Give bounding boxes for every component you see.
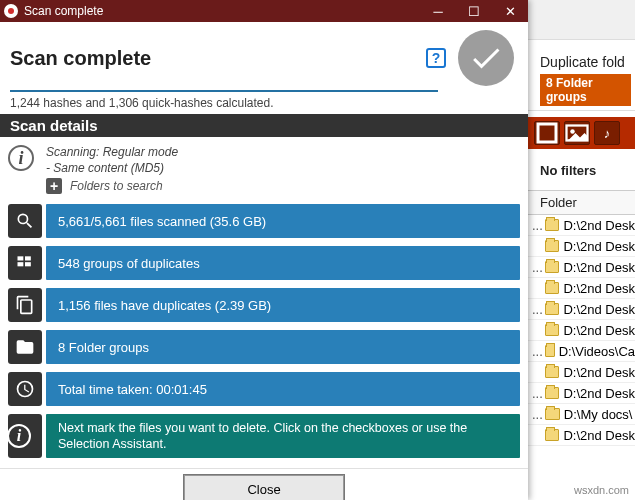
list-item[interactable]: ...D:\2nd Desk xyxy=(528,257,635,278)
folder-column-header[interactable]: Folder xyxy=(528,191,635,215)
folder-icon xyxy=(545,366,560,378)
scan-complete-dialog: Scan complete ─ ☐ ✕ Scan complete ? 1,24… xyxy=(0,0,528,500)
title-bar[interactable]: Scan complete ─ ☐ ✕ xyxy=(0,0,528,22)
folder-groups-row: 8 Folder groups xyxy=(8,330,520,364)
folder-icon xyxy=(545,345,555,357)
total-time-row: Total time taken: 00:01:45 xyxy=(8,372,520,406)
list-item[interactable]: ...D:\2nd Desk xyxy=(528,215,635,236)
background-panel: Duplicate fold 8 Folder groups ♪ No filt… xyxy=(528,0,635,500)
files-have-duplicates-row: 1,156 files have duplicates (2.39 GB) xyxy=(8,288,520,322)
total-time-label: Total time taken: 00:01:45 xyxy=(46,372,520,406)
complete-check-icon xyxy=(458,30,514,86)
minimize-button[interactable]: ─ xyxy=(420,0,456,22)
svg-rect-3 xyxy=(18,257,24,261)
duplicate-groups-label: 548 groups of duplicates xyxy=(46,246,520,280)
filter-view-all-icon[interactable] xyxy=(534,121,560,145)
folder-icon xyxy=(545,303,560,315)
filter-music-icon[interactable]: ♪ xyxy=(594,121,620,145)
folder-icon xyxy=(545,219,560,231)
scan-mode-label: Scanning: Regular mode xyxy=(46,145,178,161)
close-window-button[interactable]: ✕ xyxy=(492,0,528,22)
files-scanned-label: 5,661/5,661 files scanned (35.6 GB) xyxy=(46,204,520,238)
clock-icon xyxy=(15,379,35,399)
folder-groups-label: 8 Folder groups xyxy=(46,330,520,364)
folder-icon xyxy=(545,408,560,420)
filter-image-icon[interactable] xyxy=(564,121,590,145)
plus-icon: + xyxy=(46,178,62,194)
list-item[interactable]: ...D:\2nd Desk xyxy=(528,383,635,404)
folder-icon xyxy=(545,261,560,273)
groups-icon xyxy=(15,253,35,273)
duplicate-folders-title: Duplicate fold xyxy=(540,54,631,70)
folder-groups-badge: 8 Folder groups xyxy=(540,74,631,106)
list-item[interactable]: ...D:\2nd Desk xyxy=(528,362,635,383)
list-item[interactable]: ...D:\2nd Desk xyxy=(528,320,635,341)
info-icon: i xyxy=(8,145,34,171)
folder-icon xyxy=(15,337,35,357)
list-item[interactable]: ...D:\2nd Desk xyxy=(528,236,635,257)
folder-list: ...D:\2nd Desk ...D:\2nd Desk ...D:\2nd … xyxy=(528,215,635,446)
folder-icon xyxy=(545,240,560,252)
copy-icon xyxy=(15,295,35,315)
no-filters-label: No filters xyxy=(528,149,635,191)
page-title: Scan complete xyxy=(10,47,426,70)
watermark: wsxdn.com xyxy=(574,484,629,496)
filter-toolbar: ♪ xyxy=(528,117,635,149)
maximize-button[interactable]: ☐ xyxy=(456,0,492,22)
window-title: Scan complete xyxy=(24,4,420,18)
folder-icon xyxy=(545,429,560,441)
list-item[interactable]: ...D:\Videos\Ca xyxy=(528,341,635,362)
duplicate-groups-row: 548 groups of duplicates xyxy=(8,246,520,280)
scan-details-header: Scan details xyxy=(0,114,528,137)
files-scanned-row: 5,661/5,661 files scanned (35.6 GB) xyxy=(8,204,520,238)
info-icon: i xyxy=(7,424,31,448)
close-button[interactable]: Close xyxy=(184,475,344,500)
list-item[interactable]: ...D:\My docs\ xyxy=(528,404,635,425)
list-item[interactable]: ...D:\2nd Desk xyxy=(528,278,635,299)
svg-point-2 xyxy=(570,129,575,134)
folder-icon xyxy=(545,324,560,336)
search-icon xyxy=(15,211,35,231)
hint-label: Next mark the files you want to delete. … xyxy=(46,414,520,458)
hash-count-label: 1,244 hashes and 1,306 quick-hashes calc… xyxy=(0,96,528,114)
folders-to-search[interactable]: + Folders to search xyxy=(0,178,528,200)
list-item[interactable]: ...D:\2nd Desk xyxy=(528,299,635,320)
help-icon[interactable]: ? xyxy=(426,48,446,68)
list-item[interactable]: ...D:\2nd Desk xyxy=(528,425,635,446)
scan-content-label: - Same content (MD5) xyxy=(46,161,178,177)
app-icon xyxy=(4,4,18,18)
progress-bar xyxy=(10,90,438,92)
files-have-duplicates-label: 1,156 files have duplicates (2.39 GB) xyxy=(46,288,520,322)
svg-rect-4 xyxy=(18,262,24,266)
svg-rect-6 xyxy=(25,262,31,266)
hint-row: i Next mark the files you want to delete… xyxy=(8,414,520,458)
folder-icon xyxy=(545,282,560,294)
svg-rect-5 xyxy=(25,257,31,261)
svg-rect-0 xyxy=(538,124,556,142)
folder-icon xyxy=(545,387,560,399)
